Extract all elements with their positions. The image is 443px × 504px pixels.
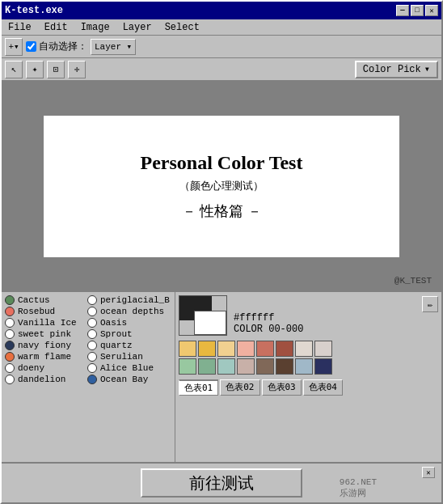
color-row-0: Cactus periglacial_B [5, 295, 171, 305]
canvas-area: Personal Color Test （颜色心理测试） － 性格篇 － @K_… [2, 81, 441, 292]
swatch-0-0[interactable] [179, 341, 196, 357]
footer-close-button[interactable]: ✕ [422, 467, 435, 478]
color-entry-vanilla[interactable]: Vanilla Ice [5, 318, 86, 328]
color-name-vanilla: Vanilla Ice [18, 318, 77, 328]
color-entry-ocean-depths[interactable]: ocean depths [87, 307, 168, 316]
color-entry-warmflame[interactable]: warm flame [5, 352, 86, 362]
edit-icon-btn[interactable]: ✏ [422, 296, 438, 312]
footer-watermark: 962.NET乐游网 [340, 477, 377, 499]
color-entry-doeny[interactable]: doeny [5, 363, 86, 373]
color-entry-oceanbay[interactable]: Ocean Bay [87, 375, 168, 384]
palette-tab-02[interactable]: 色表02 [220, 379, 259, 396]
color-entry-sprout[interactable]: Sprout [87, 329, 168, 339]
palette-tab-04[interactable]: 色表04 [303, 379, 343, 396]
swatch-0-1[interactable] [198, 341, 216, 357]
color-pick-dropdown-icon: ▾ [424, 63, 430, 75]
color-entry-cactus[interactable]: Cactus [5, 295, 86, 305]
swatch-0-2[interactable] [217, 341, 235, 357]
color-preview-row: ✏ #ffffff COLOR 00-000 [179, 295, 438, 336]
color-info: ✏ #ffffff COLOR 00-000 [234, 295, 438, 336]
color-name-aliceblue: Alice Blue [100, 363, 154, 373]
swatch-0-3[interactable] [237, 341, 255, 357]
color-entry-sweetpink[interactable]: sweet pink [5, 329, 86, 339]
color-dot-oasis [87, 318, 97, 328]
color-dot-periglacial [87, 295, 97, 305]
menu-layer[interactable]: Layer [120, 21, 155, 34]
plus-tool-button[interactable]: +▾ [5, 38, 23, 56]
color-dot-sprout [87, 329, 97, 339]
color-row-7: dandelion Ocean Bay [5, 375, 171, 384]
swatch-1-0[interactable] [179, 358, 196, 375]
menu-file[interactable]: File [5, 21, 35, 34]
color-name-rosebud: Rosebud [18, 307, 55, 316]
crop-tool[interactable]: ⊡ [47, 61, 65, 78]
title-bar-text: K-test.exe [5, 5, 63, 16]
color-dot-warmflame [5, 352, 15, 362]
wand-tool[interactable]: ✦ [26, 61, 44, 78]
auto-select-checkbox[interactable] [26, 41, 36, 52]
palette-tab-01[interactable]: 色表01 [179, 379, 218, 396]
color-entry-periglacial[interactable]: periglacial_B [87, 295, 168, 305]
color-pick-button[interactable]: Color Pick ▾ [355, 61, 438, 78]
canvas-chapter: － 性格篇 － [182, 201, 262, 221]
color-name-ocean-depths: ocean depths [100, 307, 164, 316]
swatch-1-1[interactable] [198, 358, 216, 375]
color-row-2: Vanilla Ice Oasis [5, 318, 171, 328]
menu-edit[interactable]: Edit [41, 21, 71, 34]
color-dot-rosebud [5, 307, 15, 316]
color-name-oceanbay: Ocean Bay [100, 375, 148, 384]
color-name-quartz: quartz [100, 341, 133, 350]
color-entry-oasis[interactable]: Oasis [87, 318, 168, 328]
swatch-1-2[interactable] [217, 358, 235, 375]
bottom-panel: Cactus periglacial_B Rosebud [2, 292, 441, 462]
swatch-1-5[interactable] [276, 358, 293, 375]
swatch-1-4[interactable] [256, 358, 274, 375]
minimize-button[interactable]: — [396, 5, 409, 16]
color-entry-rosebud[interactable]: Rosebud [5, 307, 86, 316]
maximize-button[interactable]: □ [411, 5, 424, 16]
color-entry-quartz[interactable]: quartz [87, 341, 168, 350]
swatch-0-5[interactable] [276, 341, 293, 357]
color-name-warmflame: warm flame [18, 352, 71, 362]
color-dot-vanilla [5, 318, 15, 328]
menu-bar: File Edit Image Layer Select [2, 19, 441, 36]
palette-tab-01-label: 色表01 [184, 383, 213, 393]
toolbar-2: ↖ ✦ ⊡ ✛ Color Pick ▾ [2, 58, 441, 81]
color-name-sweetpink: sweet pink [18, 329, 71, 339]
color-row-6: doeny Alice Blue [5, 363, 171, 373]
color-entry-navyfiony[interactable]: navy fiony [5, 341, 86, 350]
color-dot-serulian [87, 352, 97, 362]
color-name-navyfiony: navy fiony [18, 341, 71, 350]
color-entry-serulian[interactable]: Serulian [87, 352, 168, 362]
watermark: @K_TEST [394, 276, 432, 286]
canvas-subtitle: （颜色心理测试） [179, 179, 264, 193]
color-entry-dandelion[interactable]: dandelion [5, 375, 86, 384]
palette-tabs: 色表01 色表02 色表03 色表04 [179, 379, 438, 396]
color-row-3: sweet pink Sprout [5, 329, 171, 339]
swatch-0-4[interactable] [256, 341, 274, 357]
color-list-scroll[interactable]: Cactus periglacial_B Rosebud [2, 292, 175, 462]
arrow-tool[interactable]: ↖ [5, 61, 23, 78]
menu-select[interactable]: Select [162, 21, 203, 34]
auto-select-label[interactable]: 自动选择： [26, 40, 87, 53]
move-tool[interactable]: ✛ [68, 61, 86, 78]
color-dot-ocean-depths [87, 307, 97, 316]
color-dot-dandelion [5, 375, 15, 384]
color-pick-label: Color Pick [363, 64, 421, 75]
close-button[interactable]: ✕ [425, 5, 438, 16]
swatch-1-6[interactable] [295, 358, 313, 375]
color-entry-aliceblue[interactable]: Alice Blue [87, 363, 168, 373]
go-to-test-button[interactable]: 前往测试 [141, 468, 302, 498]
main-area: Personal Color Test （颜色心理测试） － 性格篇 － @K_… [2, 81, 441, 502]
swatch-1-3[interactable] [237, 358, 255, 375]
layer-dropdown-text: Layer ▾ [95, 41, 132, 52]
swatch-0-6[interactable] [295, 341, 313, 357]
auto-select-text: 自动选择： [39, 40, 87, 53]
layer-dropdown[interactable]: Layer ▾ [91, 39, 136, 55]
color-dot-sweetpink [5, 329, 15, 339]
swatch-1-7[interactable] [314, 358, 332, 375]
palette-tab-02-label: 色表02 [226, 382, 254, 392]
menu-image[interactable]: Image [78, 21, 113, 34]
swatch-0-7[interactable] [314, 341, 332, 357]
palette-tab-03[interactable]: 色表03 [262, 379, 302, 396]
